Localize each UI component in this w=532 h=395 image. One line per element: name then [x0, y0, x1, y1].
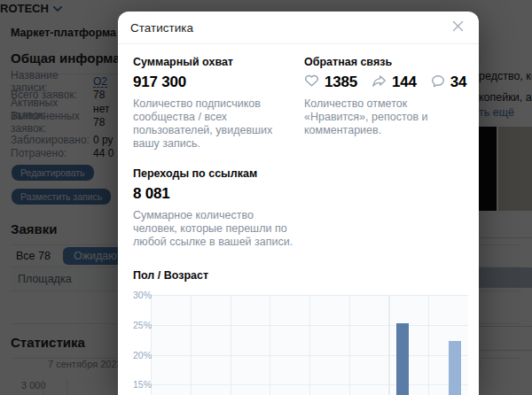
comments-count: 34: [450, 74, 467, 91]
close-icon: [452, 20, 464, 35]
reach-block: Суммарный охват 917 300 Количество подпи…: [133, 56, 304, 151]
reposts-count: 144: [392, 74, 417, 91]
y-axis-label: 25%: [133, 320, 150, 330]
likes-counter: 1385: [304, 74, 357, 91]
y-axis-label: 20%: [133, 350, 150, 360]
reach-label: Суммарный охват: [133, 56, 304, 68]
reach-description: Количество подписчиков сообщества / всех…: [133, 97, 304, 151]
modal-body: Суммарный охват 917 300 Количество подпи…: [118, 44, 479, 395]
link-clicks-label: Переходы по ссылкам: [133, 167, 304, 180]
comment-icon: [431, 74, 445, 91]
modal-title: Статистика: [130, 21, 193, 35]
link-clicks-block: Переходы по ссылкам 8 081 Суммарное коли…: [133, 167, 304, 249]
heart-icon: [304, 74, 319, 91]
chart-bar-light-series-group8: [449, 341, 461, 395]
chart-plot-area: [151, 295, 468, 395]
metrics-column-left: Суммарный охват 917 300 Количество подпи…: [133, 56, 304, 249]
modal-header: Статистика: [118, 12, 479, 44]
feedback-block: Обратная связь 1385 144: [304, 56, 466, 249]
link-clicks-value: 8 081: [133, 188, 304, 200]
reposts-counter: 144: [372, 74, 417, 91]
y-axis-label: 15%: [133, 379, 150, 390]
feedback-label: Обратная связь: [304, 56, 466, 68]
share-icon: [372, 74, 387, 91]
metrics-grid: Суммарный охват 917 300 Количество подпи…: [133, 56, 464, 249]
likes-count: 1385: [325, 74, 357, 91]
gender-age-chart: 30%25%20%15%10%5%: [133, 285, 464, 395]
link-clicks-description: Суммарное количество человек, которые пе…: [133, 209, 304, 249]
feedback-counters: 1385 144 34: [304, 76, 466, 89]
statistics-modal: Статистика Суммарный охват 917 300 Колич…: [118, 12, 479, 395]
comments-counter: 34: [431, 74, 467, 91]
chart-bar-dark-series-group7: [396, 323, 409, 395]
close-button[interactable]: [449, 19, 466, 36]
gender-age-chart-title: Пол / Возраст: [133, 269, 464, 282]
reach-value: 917 300: [133, 76, 304, 89]
y-axis-label: 30%: [133, 290, 150, 300]
feedback-description: Количество отметок «Нравится», репостов …: [304, 97, 466, 137]
